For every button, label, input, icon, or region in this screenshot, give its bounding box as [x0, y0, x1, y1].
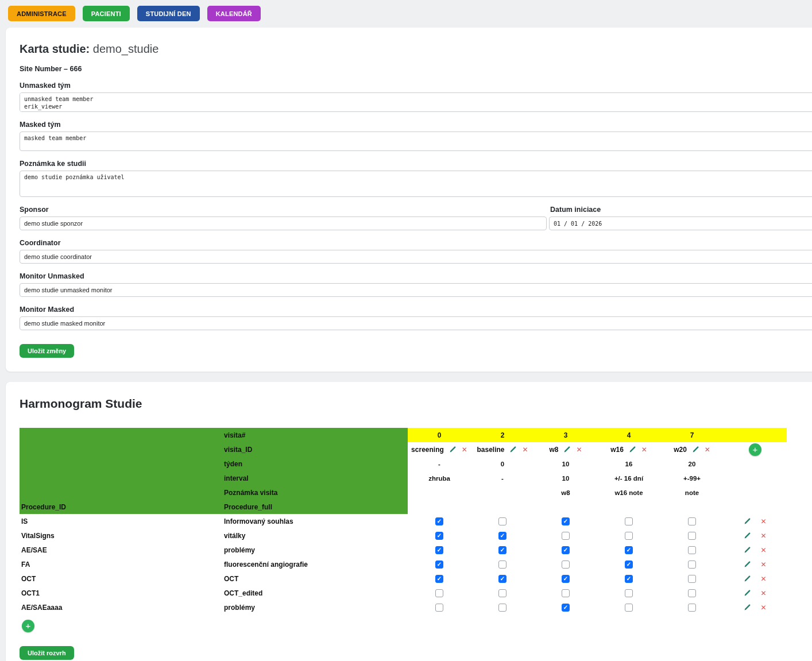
procedure-checkbox[interactable]: [625, 517, 633, 525]
procedure-checkbox[interactable]: [498, 575, 506, 583]
procedure-checkbox[interactable]: [562, 575, 570, 583]
masked-team-textarea[interactable]: masked team member: [20, 132, 812, 151]
visit-note: w16 note: [597, 485, 660, 500]
nav-pacienti-button[interactable]: PACIENTI: [83, 6, 130, 21]
nav-administrace-button[interactable]: ADMINISTRACE: [8, 6, 75, 21]
visit-interval: -: [471, 471, 534, 485]
procedure-checkbox[interactable]: [625, 561, 633, 569]
init-date-input[interactable]: [549, 217, 812, 230]
procedure-checkbox[interactable]: [435, 561, 443, 569]
edit-visit-icon[interactable]: [629, 446, 636, 453]
save-study-button[interactable]: Uložit změny: [20, 344, 74, 358]
procedure-checkbox[interactable]: [435, 517, 443, 525]
procedure-checkbox[interactable]: [688, 589, 696, 597]
delete-procedure-icon[interactable]: ✕: [760, 532, 766, 540]
visit-week: 10: [534, 457, 597, 471]
checkbox-cell: [408, 528, 471, 543]
delete-procedure-icon[interactable]: ✕: [760, 561, 766, 569]
procedure-checkbox[interactable]: [625, 575, 633, 583]
checkbox-cell: [471, 571, 534, 586]
procedure-checkbox[interactable]: [688, 532, 696, 540]
procedure-checkbox[interactable]: [625, 546, 633, 554]
week-row-label: týden: [224, 457, 408, 471]
procedure-checkbox[interactable]: [498, 546, 506, 554]
sponsor-input[interactable]: [20, 217, 547, 230]
procedure-checkbox[interactable]: [562, 532, 570, 540]
edit-procedure-icon[interactable]: [744, 546, 751, 554]
visit-number: 4: [597, 428, 660, 442]
procedure-checkbox[interactable]: [625, 604, 633, 612]
nav-kalendar-button[interactable]: KALENDÁŘ: [207, 6, 261, 21]
procedure-checkbox[interactable]: [498, 604, 506, 612]
edit-procedure-icon[interactable]: [744, 561, 751, 568]
procedure-row: VitalSigns vitálky ✕: [20, 528, 787, 543]
unmasked-team-textarea[interactable]: unmasked team member erik_viewer: [20, 92, 812, 112]
add-procedure-button[interactable]: +: [22, 620, 34, 632]
procedure-checkbox[interactable]: [688, 517, 696, 525]
procedure-checkbox[interactable]: [498, 561, 506, 569]
visit-week: 20: [660, 457, 724, 471]
procedure-checkbox[interactable]: [562, 517, 570, 525]
study-note-textarea[interactable]: demo studie poznámka uživatel: [20, 171, 812, 197]
monitor-masked-input[interactable]: [20, 316, 812, 330]
nav-studijni-den-button[interactable]: STUDIJNÍ DEN: [137, 6, 200, 21]
procedure-checkbox[interactable]: [435, 546, 443, 554]
procedure-checkbox[interactable]: [625, 532, 633, 540]
procedure-checkbox[interactable]: [498, 517, 506, 525]
delete-visit-icon[interactable]: ✕: [522, 446, 528, 454]
procedure-checkbox[interactable]: [435, 604, 443, 612]
checkbox-cell: [534, 528, 597, 543]
edit-visit-icon[interactable]: [449, 446, 457, 453]
add-procedure-row: +: [22, 620, 812, 632]
monitor-unmasked-input[interactable]: [20, 283, 812, 297]
edit-procedure-icon[interactable]: [744, 517, 751, 525]
sponsor-row: Sponsor Datum iniciace: [20, 197, 812, 230]
procedure-checkbox[interactable]: [688, 604, 696, 612]
delete-visit-icon[interactable]: ✕: [462, 446, 467, 454]
checkbox-cell: [597, 600, 660, 614]
delete-procedure-icon[interactable]: ✕: [760, 546, 766, 554]
delete-procedure-icon[interactable]: ✕: [760, 575, 766, 583]
init-date-column: Datum iniciace: [549, 197, 812, 230]
procedure-checkbox[interactable]: [562, 546, 570, 554]
delete-visit-icon[interactable]: ✕: [705, 446, 710, 454]
visit-id-cell: w16 ✕: [597, 442, 660, 457]
procedure-checkbox[interactable]: [688, 546, 696, 554]
sponsor-column: Sponsor: [20, 197, 547, 230]
edit-procedure-icon[interactable]: [744, 589, 751, 597]
procedure-checkbox[interactable]: [562, 589, 570, 597]
coordinator-input[interactable]: [20, 250, 812, 264]
delete-visit-icon[interactable]: ✕: [576, 446, 582, 454]
page-title: Karta studie: demo_studie: [20, 42, 812, 56]
procedure-checkbox[interactable]: [562, 561, 570, 569]
save-schedule-button[interactable]: Uložit rozvrh: [20, 646, 74, 660]
delete-procedure-icon[interactable]: ✕: [760, 589, 766, 597]
checkbox-cell: [471, 557, 534, 571]
edit-procedure-icon[interactable]: [744, 575, 751, 582]
edit-procedure-icon[interactable]: [744, 532, 751, 539]
delete-visit-icon[interactable]: ✕: [641, 446, 647, 454]
delete-procedure-icon[interactable]: ✕: [760, 517, 766, 525]
procedure-checkbox[interactable]: [435, 532, 443, 540]
procedure-checkbox[interactable]: [498, 532, 506, 540]
visit-note: [408, 485, 471, 500]
edit-visit-icon[interactable]: [563, 446, 571, 453]
checkbox-cell: [534, 514, 597, 528]
edit-visit-icon[interactable]: [692, 446, 699, 453]
procedure-checkbox[interactable]: [435, 589, 443, 597]
procedure-checkbox[interactable]: [498, 589, 506, 597]
procedure-full: OCT: [224, 571, 408, 586]
edit-procedure-icon[interactable]: [744, 604, 751, 611]
procedure-checkbox[interactable]: [688, 561, 696, 569]
checkbox-cell: [597, 528, 660, 543]
procedure-checkbox[interactable]: [625, 589, 633, 597]
procedure-checkbox[interactable]: [688, 575, 696, 583]
procedure-checkbox[interactable]: [562, 604, 570, 612]
add-visit-button[interactable]: +: [749, 443, 761, 456]
study-note-label: Poznámka ke studii: [20, 160, 812, 168]
edit-visit-icon[interactable]: [509, 446, 517, 453]
add-visit-cell: +: [724, 442, 787, 457]
procedure-checkbox[interactable]: [435, 575, 443, 583]
checkbox-cell: [471, 586, 534, 600]
delete-procedure-icon[interactable]: ✕: [760, 604, 766, 612]
